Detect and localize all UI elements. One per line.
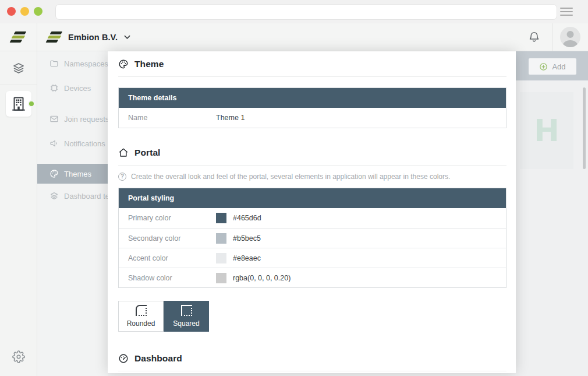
workspace: Namespaces Devices Join requests Notific… — [37, 51, 588, 376]
secondary-color-swatch[interactable] — [216, 233, 226, 244]
maximize-window-button[interactable] — [34, 7, 42, 16]
sidebar-item-organization[interactable] — [6, 91, 31, 117]
browser-menu-icon[interactable] — [560, 8, 573, 16]
page-scrollbar-thumb[interactable] — [583, 87, 586, 169]
corner-style-toggle: Rounded Squared — [118, 301, 506, 332]
sidebar-item-label: Namespaces — [64, 59, 108, 68]
squared-corner-icon — [181, 305, 192, 316]
dashboard-section-title: Dashboard — [134, 353, 182, 364]
squared-option-label: Squared — [173, 319, 199, 328]
envelope-icon — [49, 114, 59, 124]
organization-name: Embion B.V. — [68, 33, 118, 42]
sidebar-item-label: Devices — [64, 84, 91, 93]
chevron-down-icon — [124, 35, 130, 40]
squared-option-button[interactable]: Squared — [164, 301, 209, 332]
secondary-color-row[interactable]: Secondary color #b5bec5 — [119, 228, 506, 248]
theme-card-logo: H — [534, 113, 559, 148]
divider — [118, 76, 506, 77]
primary-color-row[interactable]: Primary color #465d6d — [119, 208, 506, 228]
sidebar-item-label: Themes — [64, 170, 91, 178]
window-controls — [7, 7, 42, 16]
theme-section-title: Theme — [134, 59, 164, 69]
primary-color-label: Primary color — [128, 214, 216, 222]
divider — [118, 165, 506, 166]
portal-section-header: Portal — [118, 146, 506, 160]
shadow-color-row[interactable]: Shadow color rgba(0, 0, 0, 0.20) — [119, 268, 506, 287]
shadow-color-value: rgba(0, 0, 0, 0.20) — [233, 274, 291, 282]
home-icon — [118, 147, 129, 158]
sidebar-item-label: Notifications — [64, 139, 105, 148]
close-window-button[interactable] — [7, 7, 16, 16]
portal-styling-table: Portal styling Primary color #465d6d Sec… — [118, 188, 506, 288]
notifications-bell-button[interactable] — [516, 31, 552, 43]
plus-circle-icon — [539, 62, 548, 71]
rounded-corner-icon — [136, 305, 147, 316]
portal-help: ? Create the overall look and feel of th… — [118, 173, 506, 181]
sidebar-item-dashboard-templates[interactable]: Dashboard te — [37, 184, 108, 208]
sidebar-item-label: Dashboard te — [64, 192, 108, 201]
status-dot — [28, 100, 35, 107]
primary-color-swatch[interactable] — [216, 213, 226, 223]
primary-color-value: #465d6d — [233, 214, 261, 222]
theme-section-header: Theme — [118, 57, 506, 71]
secondary-color-label: Secondary color — [128, 234, 216, 243]
minimize-window-button[interactable] — [20, 7, 29, 16]
shadow-color-swatch[interactable] — [216, 273, 226, 283]
rounded-option-button[interactable]: Rounded — [118, 301, 164, 332]
chip-icon — [49, 83, 59, 93]
settings-button[interactable] — [0, 350, 37, 363]
accent-color-label: Accent color — [128, 254, 216, 262]
add-theme-button[interactable]: Add — [529, 58, 576, 75]
add-button-label: Add — [552, 62, 565, 71]
theme-card: H — [520, 92, 573, 169]
portal-section-title: Portal — [134, 147, 161, 158]
secondary-color-value: #b5bec5 — [233, 234, 261, 243]
secondary-sidebar: Namespaces Devices Join requests Notific… — [37, 51, 108, 376]
sidebar-item-join-requests[interactable]: Join requests — [37, 107, 108, 131]
divider — [118, 371, 506, 371]
name-value: Theme 1 — [216, 114, 245, 122]
gear-icon — [12, 350, 25, 363]
folder-icon — [49, 59, 59, 68]
rounded-option-label: Rounded — [127, 319, 155, 328]
accent-color-swatch[interactable] — [216, 253, 226, 263]
name-label: Name — [128, 114, 216, 122]
layers-icon — [49, 191, 59, 201]
megaphone-icon — [49, 139, 59, 148]
embion-logo-icon — [11, 31, 26, 43]
accent-color-row[interactable]: Accent color #e8eaec — [119, 248, 506, 268]
organization-selector[interactable]: Embion B.V. — [37, 31, 130, 43]
palette-icon — [49, 169, 59, 178]
shadow-color-label: Shadow color — [128, 274, 216, 282]
user-menu-button[interactable] — [552, 23, 588, 51]
embion-logo-icon — [47, 31, 62, 43]
primary-sidebar — [0, 51, 37, 376]
layers-icon — [12, 61, 26, 75]
theme-details-table: Theme details Name Theme 1 — [118, 87, 506, 128]
table-header: Theme details — [119, 88, 506, 108]
sidebar-item-label: Join requests — [64, 115, 108, 124]
accent-color-value: #e8eaec — [233, 254, 261, 262]
sidebar-item-themes[interactable]: Themes — [37, 164, 108, 184]
help-icon: ? — [118, 173, 126, 181]
sidebar-item-namespaces[interactable]: Namespaces — [37, 51, 108, 76]
building-icon — [10, 95, 27, 113]
sidebar-item-devices[interactable]: Devices — [37, 76, 108, 100]
palette-icon — [118, 59, 129, 69]
browser-chrome — [0, 0, 588, 23]
portal-help-text: Create the overall look and feel of the … — [131, 173, 450, 181]
name-row[interactable]: Name Theme 1 — [119, 108, 506, 128]
sidebar-item-notifications[interactable]: Notifications — [37, 131, 108, 156]
dashboard-section-header: Dashboard — [118, 352, 506, 366]
gauge-icon — [118, 353, 129, 364]
app-logo[interactable] — [0, 23, 37, 51]
app-header: Embion B.V. — [0, 23, 588, 51]
avatar — [560, 27, 580, 47]
url-bar[interactable] — [55, 4, 557, 20]
table-header: Portal styling — [119, 188, 506, 208]
sidebar-item-stack[interactable] — [0, 51, 37, 85]
theme-editor-panel: Theme Theme details Name Theme 1 Portal … — [108, 51, 516, 373]
bell-icon — [528, 31, 540, 43]
